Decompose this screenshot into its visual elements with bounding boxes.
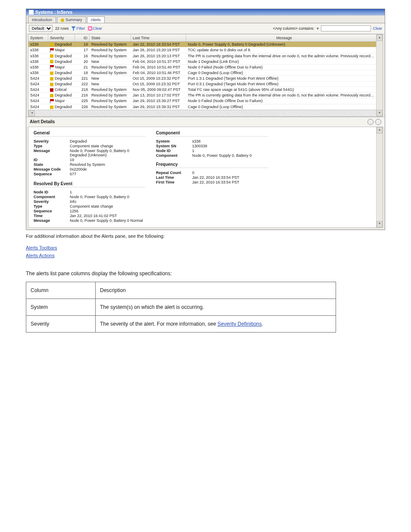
id-value: 19 xyxy=(70,158,146,162)
r-seq-value: 1256 xyxy=(70,209,146,213)
cell-message: The PR is currently getting data from th… xyxy=(186,93,377,98)
collapse-icon[interactable] xyxy=(367,119,374,125)
link-alerts-actions[interactable]: Alerts Actions xyxy=(26,253,55,258)
horizontal-scrollbar[interactable]: ◂ ▸ xyxy=(28,110,383,116)
spec-severity-label: Severity xyxy=(26,315,96,332)
table-row[interactable]: s338Degraded18Resolved by SystemFeb 04, … xyxy=(28,70,377,76)
cell-system: S424 xyxy=(28,93,48,98)
col-system[interactable]: System xyxy=(28,34,48,41)
id-label: ID xyxy=(34,158,70,162)
col-message[interactable]: Message xyxy=(186,34,383,41)
severity-icon xyxy=(50,72,53,75)
eraser-icon xyxy=(88,26,92,31)
table-row[interactable]: s338Degraded20NewFeb 04, 2010 10:51:37 P… xyxy=(28,59,377,65)
cell-state: Resolved by System xyxy=(90,53,131,59)
col-severity[interactable]: Severity xyxy=(48,34,75,41)
spec-system-desc: The system(s) on which the alert is occu… xyxy=(96,299,336,315)
message-value: Node 0, Power Supply 0, Battery 0 Degrad… xyxy=(70,149,146,157)
msgcode-label: Message Code xyxy=(34,167,70,171)
cell-system: S424 xyxy=(28,81,48,87)
col-id[interactable]: ID xyxy=(75,34,90,41)
col-lasttime[interactable]: Last Time xyxy=(131,34,186,41)
tab-alerts[interactable]: Alerts xyxy=(87,16,105,23)
table-row[interactable]: S424Major225Resolved by SystemJan 29, 20… xyxy=(28,98,377,104)
scroll-up-icon[interactable]: ▴ xyxy=(377,34,383,41)
table-row[interactable]: S424Degraded216Resolved by SystemJan 13,… xyxy=(28,93,377,98)
cell-state: Resolved by System xyxy=(90,87,131,92)
scroll-left-icon[interactable]: ◂ xyxy=(28,110,35,116)
cell-state: Resolved by System xyxy=(90,42,131,47)
table-row[interactable]: s338Degraded19Resolved by SystemJan 22, … xyxy=(28,42,377,47)
cell-state: New xyxy=(90,76,131,81)
cell-message: Node 0 Failed (Node Offline Due to Failu… xyxy=(186,65,377,70)
titlebar: Systems : InServs xyxy=(26,9,385,16)
severity-icon xyxy=(50,60,53,63)
table-row: Column Description xyxy=(26,282,336,299)
cell-state: New xyxy=(90,59,131,64)
warning-icon xyxy=(61,19,64,22)
cell-id: 17 xyxy=(75,47,90,53)
r-msg-label: Message xyxy=(34,218,70,223)
table-body: s338Degraded19Resolved by SystemJan 22, … xyxy=(28,42,383,110)
tab-introduction[interactable]: Introduction xyxy=(28,16,56,23)
severity-icon xyxy=(50,43,53,47)
scroll-down-icon[interactable]: ▾ xyxy=(377,221,383,227)
filter-select[interactable]: Default xyxy=(29,25,53,32)
alert-details-body: General SeverityDegraded TypeComponent s… xyxy=(28,127,383,228)
severity-label: Severity xyxy=(34,139,70,143)
clear-filter-link[interactable]: Clear xyxy=(88,26,103,31)
table-row[interactable]: S424Degraded222NewOct 15, 2009 15:23:32 … xyxy=(28,81,377,87)
cell-system: s338 xyxy=(28,53,48,59)
cell-id: 20 xyxy=(75,59,90,64)
see-also-links: Alerts Toolbars Alerts Actions xyxy=(26,245,385,258)
filter-link[interactable]: Filter xyxy=(72,26,85,31)
cell-state: Resolved by System xyxy=(90,47,131,53)
table-row: System The system(s) on which the alert … xyxy=(26,299,336,315)
state-value: Resolved by System xyxy=(70,162,146,167)
window-title: Systems : InServs xyxy=(35,10,72,15)
state-label: State xyxy=(34,162,70,167)
tab-summary[interactable]: Summary xyxy=(57,16,86,23)
search-input[interactable] xyxy=(321,25,371,31)
toolbar: Default 22 rows Filter Clear <Any column… xyxy=(26,23,385,34)
cell-system: s338 xyxy=(28,59,48,64)
cell-id: 19 xyxy=(75,42,90,47)
table-row[interactable]: s338Major21Resolved by SystemFeb 04, 201… xyxy=(28,65,377,71)
scroll-up-icon[interactable]: ▴ xyxy=(377,127,383,134)
ft-label: First Time xyxy=(156,180,192,184)
cell-id: 216 xyxy=(75,93,90,98)
table-row[interactable]: S424Degraded221NewOct 15, 2009 15:23:32 … xyxy=(28,76,377,81)
vertical-scrollbar[interactable]: ▴ ▾ xyxy=(376,34,383,116)
link-severity-definitions[interactable]: Severity Definitions xyxy=(218,321,262,327)
cell-message: Total FC raw space usage at 541G (above … xyxy=(186,87,377,92)
c-node-value: 1 xyxy=(192,149,268,153)
table-row[interactable]: s338Degraded16Resolved by SystemJan 26, … xyxy=(28,53,377,59)
any-column-label: <Any column> contains: xyxy=(273,26,314,31)
spec-table: Column Description System The system(s) … xyxy=(26,282,336,333)
rc-label: Repeat Count xyxy=(156,171,192,175)
details-vertical-scrollbar[interactable]: ▴ ▾ xyxy=(376,127,383,227)
refresh-icon[interactable] xyxy=(375,119,381,125)
dropdown-arrow-icon[interactable]: ▼ xyxy=(316,27,320,31)
cell-system: S424 xyxy=(28,87,48,92)
see-also-caption: For additional information about the Ale… xyxy=(26,233,385,239)
scroll-down-icon[interactable]: ▾ xyxy=(377,110,383,116)
cell-system: S424 xyxy=(28,98,48,104)
link-alerts-toolbars[interactable]: Alerts Toolbars xyxy=(26,245,57,250)
c-node-label: Node ID xyxy=(156,149,192,153)
cell-severity: Degraded xyxy=(48,59,75,64)
lt-label: Last Time xyxy=(156,175,192,180)
table-row[interactable]: S424Degraded226Resolved by SystemJan 29,… xyxy=(28,104,377,110)
table-row[interactable]: s338Major17Resolved by SystemJan 26, 201… xyxy=(28,47,377,53)
spec-intro: The alerts list pane columns display the… xyxy=(26,271,385,277)
alert-details-header: Alert Details xyxy=(26,117,385,127)
severity-value: Degraded xyxy=(70,139,146,143)
c-system-value: s338 xyxy=(192,139,268,143)
scroll-track[interactable] xyxy=(35,110,376,116)
col-state[interactable]: State xyxy=(90,34,131,41)
table-row[interactable]: S424Critical218Resolved by SystemNov 05,… xyxy=(28,87,377,93)
cell-message: Port 0:3:1 Degraded (Target Mode Port We… xyxy=(186,81,377,87)
clear-search-link[interactable]: Clear xyxy=(373,26,382,31)
cell-id: 222 xyxy=(75,81,90,87)
cell-severity: Degraded xyxy=(48,76,75,81)
